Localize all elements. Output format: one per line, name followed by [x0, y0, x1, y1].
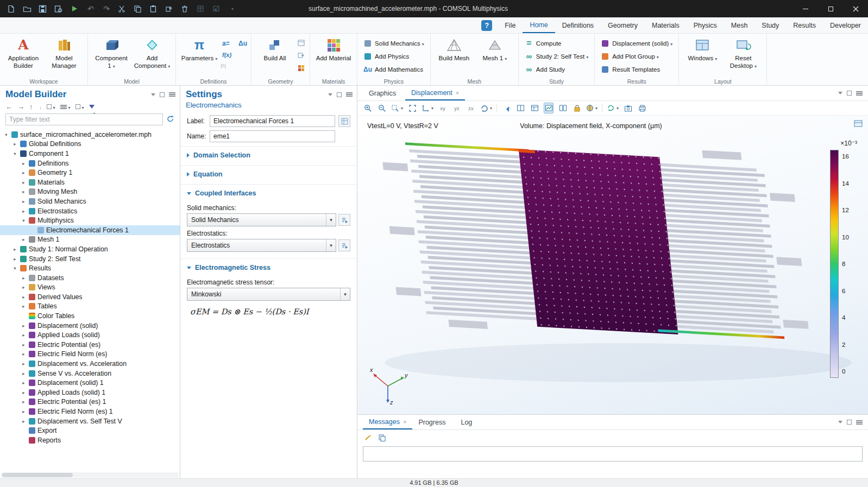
tree-item[interactable]: Color Tables: [0, 311, 180, 321]
tree-expander-icon[interactable]: ▸: [21, 303, 27, 309]
variables-button[interactable]: [221, 39, 231, 48]
panel-collapse-icon[interactable]: [838, 421, 842, 423]
tree-expander-icon[interactable]: ▾: [12, 151, 18, 156]
model-manager-button[interactable]: Model Manager: [45, 35, 84, 77]
tree-item[interactable]: ▾ Multiphysics: [0, 216, 180, 225]
menu-tab[interactable]: Physics: [687, 17, 724, 33]
zoom-out-icon[interactable]: [377, 103, 387, 113]
show-options-icon[interactable]: [47, 103, 55, 111]
zoom-extents-icon[interactable]: [407, 103, 417, 113]
panel-collapse-icon[interactable]: [328, 93, 332, 96]
messages-tab[interactable]: Log: [455, 415, 481, 429]
forward-icon[interactable]: [17, 103, 24, 111]
tree-item[interactable]: Electromechanical Forces 1: [0, 225, 180, 235]
tree-expander-icon[interactable]: ▸: [21, 409, 27, 414]
stress-tensor-select[interactable]: Minkowski: [187, 288, 350, 301]
maximize-button[interactable]: [818, 0, 843, 17]
add-material-button[interactable]: Add Material: [314, 35, 353, 77]
reset-desktop-button[interactable]: Reset Desktop: [724, 35, 763, 77]
open-icon[interactable]: [22, 4, 32, 14]
tree-expander-icon[interactable]: ▾: [21, 218, 27, 223]
panel-menu-icon[interactable]: [856, 91, 863, 96]
add-mathematics-button[interactable]: Add Mathematics: [361, 64, 426, 75]
menu-tab[interactable]: Study: [754, 17, 786, 33]
tree-item[interactable]: ▸ Displacement (solid) 1: [0, 378, 180, 388]
messages-tab[interactable]: Progress: [412, 415, 455, 429]
tree-expander-icon[interactable]: ▸: [21, 180, 27, 185]
tree-expander-icon[interactable]: ▸: [21, 237, 27, 242]
tree-item[interactable]: Export: [0, 426, 180, 435]
tree-expander-icon[interactable]: ▸: [21, 390, 27, 395]
plot-data-icon[interactable]: [854, 120, 863, 129]
menu-tab[interactable]: Developer: [823, 17, 868, 33]
study2-picker[interactable]: Study 2: Self Test: [523, 50, 590, 62]
tree-item[interactable]: ▸ Datasets: [0, 273, 180, 283]
tree-expander-icon[interactable]: ▸: [21, 323, 27, 328]
tree-item[interactable]: ▸ Definitions: [0, 159, 180, 168]
tree-item[interactable]: ▸ Study 2: Self Test: [0, 254, 180, 264]
tree-expander-icon[interactable]: ▾: [3, 132, 9, 137]
move-down-icon[interactable]: [38, 103, 42, 111]
windows-button[interactable]: Windows: [683, 35, 722, 77]
tree-expander-icon[interactable]: ▸: [21, 419, 27, 424]
go-to-view-icon[interactable]: [422, 103, 433, 113]
lock-icon[interactable]: [572, 103, 582, 113]
plot-window-icon[interactable]: [544, 103, 553, 113]
tree-item[interactable]: ▾ Component 1: [0, 149, 180, 159]
table-window-icon[interactable]: [530, 103, 539, 113]
side-by-side-icon[interactable]: [558, 103, 568, 113]
graphics-canvas[interactable]: VtestL=0 V, VtestR=2 V Volume: Displacem…: [357, 116, 868, 414]
tree-expander-icon[interactable]: ▸: [21, 371, 27, 376]
redo-icon[interactable]: [101, 4, 110, 14]
build-all-button[interactable]: Build All: [255, 35, 294, 77]
parameters-button[interactable]: Parameters: [180, 35, 219, 77]
tree-expander-icon[interactable]: ▸: [21, 275, 27, 281]
defeature-icon[interactable]: [296, 62, 306, 73]
tree-expander-icon[interactable]: ▸: [21, 284, 27, 290]
name-input[interactable]: [210, 130, 335, 142]
delete-icon[interactable]: [180, 4, 189, 14]
messages-tab[interactable]: Messages ×: [363, 415, 412, 429]
refresh-icon[interactable]: [166, 115, 174, 124]
scrollbar-thumb[interactable]: [2, 473, 73, 477]
clear-messages-icon[interactable]: [363, 432, 373, 443]
tree-expander-icon[interactable]: ▸: [21, 294, 27, 300]
copy-icon[interactable]: [133, 4, 142, 14]
tree-item[interactable]: ▸ Views: [0, 283, 180, 293]
panel-detach-icon[interactable]: [160, 92, 165, 97]
run-icon[interactable]: [70, 4, 79, 14]
add-physics-button[interactable]: Add Physics: [361, 50, 426, 62]
rename-icon[interactable]: [338, 115, 350, 127]
tree-item[interactable]: ▸ Electric Potential (es): [0, 340, 180, 350]
back-icon[interactable]: [5, 103, 12, 111]
tree-item[interactable]: ▾ Results: [0, 263, 180, 273]
menu-tab[interactable]: Results: [786, 17, 823, 33]
panel-menu-icon[interactable]: [856, 420, 863, 425]
snapshot-icon[interactable]: [623, 103, 633, 113]
messages-output[interactable]: [363, 446, 863, 461]
section-equation[interactable]: Equation: [180, 165, 357, 182]
tree-item[interactable]: ▸ Global Definitions: [0, 140, 180, 149]
duplicate-icon[interactable]: [164, 4, 173, 14]
tree-item[interactable]: ▸ Applied Loads (solid): [0, 330, 180, 340]
panel-menu-icon[interactable]: [169, 92, 175, 97]
tree-item[interactable]: ▸ Electric Potential (es) 1: [0, 397, 180, 407]
tree-expander-icon[interactable]: ▸: [21, 332, 27, 338]
graphics-tab[interactable]: Displacement ×: [405, 86, 465, 100]
tree-item[interactable]: Reports: [0, 435, 180, 445]
section-domain-selection[interactable]: Domain Selection: [180, 146, 357, 163]
tree-item[interactable]: ▸ Applied Loads (solid) 1: [0, 388, 180, 397]
tree-expander-icon[interactable]: ▸: [21, 342, 27, 347]
filter-icon[interactable]: [89, 105, 95, 109]
tree-columns-icon[interactable]: [60, 103, 71, 111]
graphics-tab[interactable]: Graphics: [363, 86, 405, 100]
color-theme-icon[interactable]: [586, 103, 597, 113]
messages-input[interactable]: [363, 447, 862, 461]
menu-tab[interactable]: Definitions: [555, 17, 601, 33]
zoom-box-icon[interactable]: [391, 103, 403, 113]
application-builder-button[interactable]: Application Builder: [4, 35, 43, 77]
tab-close-icon[interactable]: ×: [403, 419, 406, 425]
tree-item[interactable]: ▸ Derived Values: [0, 292, 180, 302]
view-yz-icon[interactable]: [452, 103, 462, 113]
tile-windows-icon[interactable]: [515, 103, 525, 113]
